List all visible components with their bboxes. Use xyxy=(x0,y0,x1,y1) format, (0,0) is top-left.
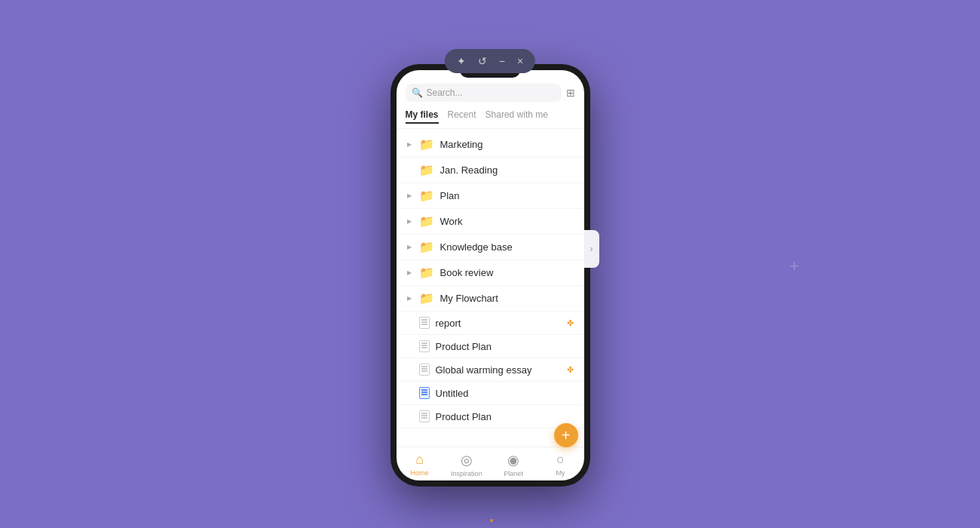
nav-item-my[interactable]: ○ My xyxy=(537,452,583,477)
my-icon: ○ xyxy=(556,452,565,468)
list-item[interactable]: ▶ 📁 Knowledge base xyxy=(397,235,584,260)
planet-icon: ◉ xyxy=(507,452,519,468)
document-icon-blue xyxy=(419,387,430,399)
phone-screen: 🔍 Search... ⊞ My files Recent Shared wit… xyxy=(397,70,584,480)
chevron-icon: ▶ xyxy=(407,295,413,302)
share-icon: ✤ xyxy=(567,365,574,375)
nav-item-home[interactable]: ⌂ Home xyxy=(397,452,443,477)
search-placeholder: Search... xyxy=(427,87,463,98)
file-name: Book review xyxy=(440,267,574,278)
file-list: ▶ 📁 Marketing 📁 Jan. Reading ▶ 📁 Plan ▶ … xyxy=(397,129,584,447)
document-icon xyxy=(419,364,430,376)
search-bar-container: 🔍 Search... ⊞ xyxy=(397,78,584,106)
folder-icon: 📁 xyxy=(419,266,434,280)
list-item[interactable]: Global warming essay ✤ xyxy=(397,358,584,382)
list-item[interactable]: Untitled xyxy=(397,382,584,405)
file-name: Global warming essay xyxy=(436,364,561,376)
file-name: Product Plan xyxy=(436,411,574,422)
file-name: Untitled xyxy=(436,388,574,399)
file-name: Marketing xyxy=(440,139,574,150)
chevron-icon: ▶ xyxy=(407,141,413,148)
orange-dot-decoration xyxy=(490,519,493,522)
file-name: Plan xyxy=(440,190,574,201)
nav-label-home: Home xyxy=(411,469,429,477)
home-icon: ⌂ xyxy=(415,452,424,468)
file-name: Product Plan xyxy=(436,341,574,352)
file-tabs: My files Recent Shared with me xyxy=(397,106,584,129)
share-icon: ✤ xyxy=(567,318,574,328)
add-fab-button[interactable]: + xyxy=(554,423,578,447)
plus-decoration-icon: + xyxy=(789,256,799,276)
file-name: Work xyxy=(440,216,574,227)
folder-icon: 📁 xyxy=(419,291,434,305)
list-item[interactable]: report ✤ xyxy=(397,312,584,335)
list-item[interactable]: ▶ 📁 Book review xyxy=(397,260,584,286)
tab-recent[interactable]: Recent xyxy=(448,109,476,124)
nav-label-my: My xyxy=(556,469,565,477)
folder-icon: 📁 xyxy=(419,189,434,203)
folder-icon: 📁 xyxy=(419,240,434,254)
history-icon[interactable]: ↺ xyxy=(478,55,487,67)
bottom-navigation: ⌂ Home ◎ Inspiration ◉ Planet ○ My xyxy=(397,447,584,480)
list-item[interactable]: Product Plan xyxy=(397,335,584,358)
nav-label-inspiration: Inspiration xyxy=(451,470,482,477)
chevron-icon: ▶ xyxy=(407,244,413,250)
chevron-icon: ▶ xyxy=(407,218,413,225)
folder-icon: 📁 xyxy=(419,163,434,177)
document-icon xyxy=(419,317,430,329)
search-input[interactable]: 🔍 Search... xyxy=(406,84,562,102)
nav-item-inspiration[interactable]: ◎ Inspiration xyxy=(443,452,490,477)
chevron-icon: ▶ xyxy=(407,269,413,276)
phone-frame: 🔍 Search... ⊞ My files Recent Shared wit… xyxy=(390,64,590,487)
file-name: Jan. Reading xyxy=(440,164,574,176)
file-name: report xyxy=(436,318,561,329)
folder-icon: 📁 xyxy=(419,137,434,152)
tab-my-files[interactable]: My files xyxy=(406,109,439,124)
document-icon xyxy=(419,340,430,352)
list-item[interactable]: ▶ 📁 Work xyxy=(397,209,584,235)
file-name: My Flowchart xyxy=(440,293,574,304)
list-item[interactable]: ▶ 📁 Marketing xyxy=(397,132,584,158)
grid-view-icon[interactable]: ⊞ xyxy=(566,87,575,99)
nav-label-planet: Planet xyxy=(504,470,523,477)
list-item[interactable]: ▶ 📁 Plan xyxy=(397,183,584,209)
chevron-icon: ▶ xyxy=(407,192,413,199)
list-item[interactable]: ▶ 📁 My Flowchart xyxy=(397,286,584,312)
document-icon xyxy=(419,410,430,422)
close-icon[interactable]: × xyxy=(517,55,523,67)
tab-shared[interactable]: Shared with me xyxy=(485,109,548,124)
file-name: Knowledge base xyxy=(440,241,574,253)
list-item[interactable]: 📁 Jan. Reading xyxy=(397,158,584,183)
nav-item-planet[interactable]: ◉ Planet xyxy=(490,452,537,477)
minimize-icon[interactable]: − xyxy=(499,55,505,67)
list-item[interactable]: Product Plan xyxy=(397,405,584,428)
sparkle-icon[interactable]: ✦ xyxy=(457,55,466,67)
search-icon: 🔍 xyxy=(412,87,423,98)
folder-icon: 📁 xyxy=(419,214,434,229)
window-controls-bar: ✦ ↺ − × xyxy=(445,49,535,73)
side-handle[interactable]: › xyxy=(584,230,599,268)
inspiration-icon: ◎ xyxy=(461,452,473,468)
